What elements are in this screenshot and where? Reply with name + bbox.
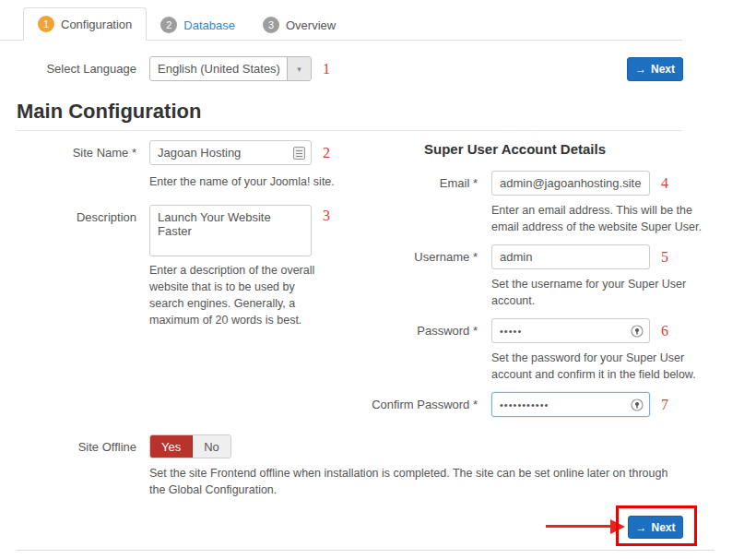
site-name-input[interactable]: Jagoan Hosting [149,140,312,165]
next-button-top-label: Next [651,63,675,76]
password-row: Password * ••••• 6 [369,318,668,343]
step-1-badge: 1 [38,16,54,32]
description-value: Launch Your Website Faster [158,210,271,238]
email-row: Email * admin@jagoanhosting.site 4 [369,171,668,196]
annotation-4: 4 [661,175,668,192]
password-reveal-icon[interactable] [631,325,644,338]
email-help: Enter an email address. This will be the… [491,202,717,235]
confirm-password-input[interactable]: ••••••••••• [491,392,650,417]
tab-configuration[interactable]: 1 Configuration [23,7,147,41]
site-offline-label: Site Offline [0,440,136,454]
annotation-2: 2 [323,145,330,161]
page-title: Main Configuration [17,100,201,124]
next-button-bottom[interactable]: → Next [628,516,683,539]
site-offline-yes-button[interactable]: Yes [150,435,193,458]
autofill-icon[interactable] [293,147,305,160]
password-label: Password * [369,324,478,338]
super-user-heading: Super User Account Details [424,141,606,157]
language-row: Select Language English (United States) … [0,56,330,81]
description-textarea[interactable]: Launch Your Website Faster [149,205,312,256]
tab-database[interactable]: 2 Database [147,9,249,41]
installer-steps-tabbar: 1 Configuration 2 Database 3 Overview [0,9,682,41]
annotation-arrow-line [546,525,612,528]
description-label: Description [0,205,136,224]
installer-page: 1 Configuration 2 Database 3 Overview Se… [0,0,756,559]
tab-configuration-label: Configuration [61,18,132,31]
password-help: Set the password for your Super User acc… [491,350,717,383]
confirm-password-label: Confirm Password * [369,398,478,411]
confirm-password-value: ••••••••••• [500,399,549,410]
confirm-password-row: Confirm Password * ••••••••••• 7 [369,392,668,417]
tab-database-label: Database [183,18,235,32]
description-row: Description Launch Your Website Faster 3 [0,205,330,256]
heading-divider [17,130,682,131]
step-3-badge: 3 [263,17,279,33]
annotation-1: 1 [323,61,330,77]
password-value: ••••• [500,326,522,337]
email-label: Email * [369,176,478,190]
site-name-row: Site Name * Jagoan Hosting 2 [0,140,330,165]
site-name-label: Site Name * [0,146,136,160]
bottom-divider [17,550,715,551]
username-value: admin [500,250,532,264]
site-offline-row: Site Offline Yes No [0,434,231,458]
annotation-7: 7 [661,397,668,413]
description-help: Enter a description of the overall websi… [149,262,323,329]
arrow-right-icon: → [635,521,646,534]
step-2-badge: 2 [160,17,177,33]
language-select-value: English (United States) [150,57,287,80]
next-button-top[interactable]: → Next [627,57,683,81]
annotation-5: 5 [661,249,668,266]
tab-overview[interactable]: 3 Overview [249,9,349,41]
email-value: admin@jagoanhosting.site [500,176,641,190]
annotation-6: 6 [661,323,668,339]
site-name-value: Jagoan Hosting [158,146,241,160]
language-select[interactable]: English (United States) ▾ [149,56,312,81]
password-input[interactable]: ••••• [491,318,650,343]
next-button-bottom-label: Next [651,521,675,534]
annotation-3: 3 [323,208,330,224]
email-input[interactable]: admin@jagoanhosting.site [491,171,650,196]
username-help: Set the username for your Super User acc… [491,276,717,309]
username-label: Username * [369,250,478,264]
username-input[interactable]: admin [491,244,650,269]
password-reveal-icon[interactable] [631,398,644,411]
site-name-help: Enter the name of your Joomla! site. [149,173,352,190]
select-language-label: Select Language [0,62,136,76]
site-offline-no-button[interactable]: No [193,435,230,458]
caret-down-icon[interactable]: ▾ [287,57,311,80]
site-offline-help: Set the site Frontend offline when insta… [149,465,682,498]
site-offline-toggle: Yes No [149,434,231,458]
username-row: Username * admin 5 [369,244,668,269]
arrow-right-icon: → [635,63,646,76]
tab-overview-label: Overview [286,18,336,32]
